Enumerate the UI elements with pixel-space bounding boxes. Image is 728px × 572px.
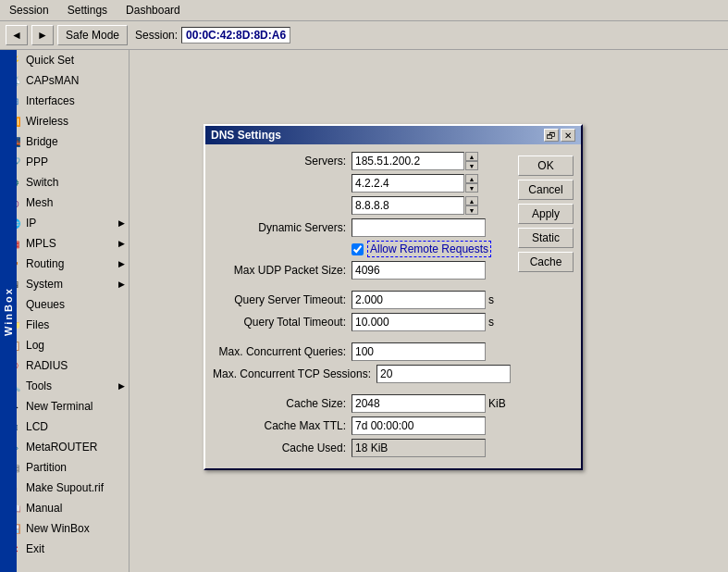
sidebar-item-metarouter[interactable]: ◈ MetaROUTER — [0, 437, 129, 457]
max-udp-row: Max UDP Packet Size: — [213, 261, 512, 280]
sidebar-label-system: System — [26, 278, 63, 291]
tools-arrow-icon: ▶ — [118, 381, 125, 391]
static-button[interactable]: Static — [518, 228, 574, 248]
sidebar-item-partition[interactable]: ▤ Partition — [0, 457, 129, 478]
sidebar-label-ppp: PPP — [26, 155, 48, 168]
apply-button[interactable]: Apply — [518, 204, 574, 224]
sidebar-label-log: Log — [26, 339, 44, 352]
sidebar-label-interfaces: Interfaces — [26, 94, 75, 107]
allow-remote-checkbox[interactable] — [352, 243, 364, 255]
ok-button[interactable]: OK — [518, 155, 574, 176]
dns-settings-dialog: DNS Settings 🗗 ✕ Servers: — [204, 124, 583, 470]
menu-dashboard[interactable]: Dashboard — [120, 2, 186, 19]
cancel-button[interactable]: Cancel — [518, 180, 574, 200]
sidebar-item-bridge[interactable]: 🌉 Bridge — [0, 131, 129, 152]
cache-size-input[interactable] — [352, 394, 486, 413]
dialog-controls: 🗗 ✕ — [544, 129, 575, 142]
server2-spinners: ▲ ▼ — [465, 174, 478, 193]
query-total-timeout-input[interactable] — [352, 313, 486, 331]
dynamic-servers-row: Dynamic Servers: — [213, 218, 512, 237]
server1-spin-up[interactable]: ▲ — [465, 152, 478, 161]
query-total-timeout-suffix: s — [488, 316, 494, 329]
dialog-close-button[interactable]: ✕ — [561, 129, 575, 142]
sidebar-label-capsman: CAPsMAN — [26, 74, 79, 87]
allow-remote-label[interactable]: Allow Remote Requests — [367, 241, 491, 257]
dialog-titlebar: DNS Settings 🗗 ✕ — [205, 126, 581, 144]
server2-spin-up[interactable]: ▲ — [465, 174, 478, 183]
max-concurrent-tcp-label: Max. Concurrent TCP Sessions: — [213, 367, 376, 380]
dialog-restore-button[interactable]: 🗗 — [544, 129, 559, 142]
servers-label: Servers: — [213, 155, 352, 168]
system-arrow-icon: ▶ — [118, 280, 125, 289]
sidebar-item-interfaces[interactable]: ⊞ Interfaces — [0, 91, 129, 111]
back-button[interactable]: ◄ — [6, 25, 28, 45]
server3-row: ▲ ▼ — [213, 196, 512, 215]
sidebar-item-radius[interactable]: ® RADIUS — [0, 355, 129, 376]
server2-row: ▲ ▼ — [213, 174, 512, 193]
sidebar-item-ppp[interactable]: 🔗 PPP — [0, 152, 129, 172]
separator1 — [213, 283, 512, 291]
server1-spinners: ▲ ▼ — [465, 152, 478, 170]
toolbar: ◄ ► Safe Mode Session: 00:0C:42:8D:8D:A6 — [0, 21, 728, 50]
session-value: 00:0C:42:8D:8D:A6 — [181, 27, 290, 44]
sidebar-item-log[interactable]: 📋 Log — [0, 335, 129, 355]
max-concurrent-tcp-input[interactable] — [376, 365, 511, 383]
server1-input[interactable] — [352, 152, 464, 170]
sidebar-item-system[interactable]: 🖥 System ▶ — [0, 274, 129, 294]
query-server-timeout-input[interactable] — [352, 291, 486, 309]
menu-settings[interactable]: Settings — [62, 2, 113, 19]
server2-input[interactable] — [352, 174, 464, 193]
server2-spin-down[interactable]: ▼ — [465, 183, 478, 193]
server3-spinners: ▲ ▼ — [465, 196, 478, 215]
dialog-buttons: OK Cancel Apply Static Cache — [518, 152, 574, 461]
sidebar-item-quick-set[interactable]: ⚡ Quick Set — [0, 50, 129, 70]
dialog-body: Servers: ▲ ▼ — [205, 144, 581, 468]
server3-spin-up[interactable]: ▲ — [465, 196, 478, 205]
server1-row: Servers: ▲ ▼ — [213, 152, 512, 170]
cache-button[interactable]: Cache — [518, 252, 574, 272]
sidebar-item-ip[interactable]: 🌐 IP ▶ — [0, 213, 129, 233]
sidebar-label-mpls: MPLS — [26, 237, 56, 250]
max-concurrent-queries-row: Max. Concurrent Queries: — [213, 342, 512, 361]
sidebar-item-new-winbox[interactable]: 🪟 New WinBox — [0, 518, 129, 539]
cache-used-label: Cache Used: — [213, 441, 352, 454]
safe-mode-button[interactable]: Safe Mode — [57, 25, 128, 45]
query-server-timeout-row: Query Server Timeout: s — [213, 291, 512, 309]
cache-max-ttl-input[interactable] — [352, 417, 486, 435]
sidebar-item-wireless[interactable]: 📶 Wireless — [0, 111, 129, 131]
sidebar-label-make-supout: Make Supout.rif — [26, 481, 104, 494]
server3-spin-down[interactable]: ▼ — [465, 205, 478, 215]
dynamic-servers-input[interactable] — [352, 218, 486, 237]
max-concurrent-tcp-row: Max. Concurrent TCP Sessions: — [213, 365, 512, 383]
max-concurrent-queries-input[interactable] — [352, 342, 486, 361]
routing-arrow-icon: ▶ — [118, 259, 125, 268]
sidebar-item-switch[interactable]: ⚙ Switch — [0, 172, 129, 193]
sidebar-item-files[interactable]: 📁 Files — [0, 315, 129, 335]
sidebar-label-new-terminal: New Terminal — [26, 400, 93, 413]
server3-input[interactable] — [352, 196, 464, 215]
max-udp-input[interactable] — [352, 261, 486, 280]
sidebar-item-mesh[interactable]: ◎ Mesh — [0, 193, 129, 213]
sidebar-item-make-supout[interactable]: ● Make Supout.rif — [0, 478, 129, 498]
sidebar-item-mpls[interactable]: ▦ MPLS ▶ — [0, 233, 129, 254]
sidebar-item-routing[interactable]: ↗ Routing ▶ — [0, 254, 129, 274]
query-server-timeout-suffix: s — [488, 293, 494, 306]
menu-session[interactable]: Session — [4, 2, 55, 19]
sidebar: ⚡ Quick Set 📡 CAPsMAN ⊞ Interfaces 📶 Wir… — [0, 50, 130, 572]
winbox-brand-label: WinBox — [0, 50, 17, 572]
sidebar-label-bridge: Bridge — [26, 135, 58, 148]
sidebar-item-lcd[interactable]: □ LCD — [0, 417, 129, 437]
query-total-timeout-label: Query Total Timeout: — [213, 316, 352, 329]
sidebar-item-queues[interactable]: ≡ Queues — [0, 294, 129, 315]
forward-button[interactable]: ► — [31, 25, 54, 45]
query-total-timeout-row: Query Total Timeout: s — [213, 313, 512, 331]
server1-spin-down[interactable]: ▼ — [465, 161, 478, 170]
sidebar-item-capsman[interactable]: 📡 CAPsMAN — [0, 70, 129, 91]
allow-remote-row: Allow Remote Requests — [213, 241, 512, 257]
sidebar-item-exit[interactable]: ✕ Exit — [0, 539, 129, 559]
sidebar-label-mesh: Mesh — [26, 196, 53, 209]
sidebar-item-new-terminal[interactable]: ▶ New Terminal — [0, 396, 129, 417]
sidebar-item-manual[interactable]: 📖 Manual — [0, 498, 129, 518]
sidebar-item-tools[interactable]: 🔧 Tools ▶ — [0, 376, 129, 396]
mpls-arrow-icon: ▶ — [118, 239, 125, 248]
